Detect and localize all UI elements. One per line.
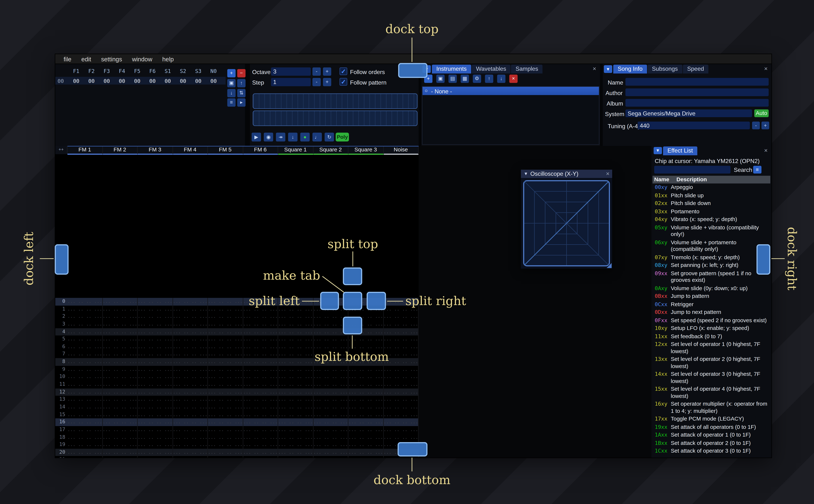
pattern-cell[interactable]: ... .. .. ... xyxy=(67,358,103,366)
pattern-cell[interactable]: ... .. .. ... xyxy=(243,434,278,441)
pattern-cell[interactable]: ... .. .. ... xyxy=(208,358,243,366)
channel-header-noise[interactable]: Noise xyxy=(383,146,419,155)
effect-list-menu-button[interactable]: ≡ xyxy=(753,166,761,174)
pattern-cell[interactable]: ... .. .. ... xyxy=(138,321,173,328)
pattern-cell[interactable]: ... .. .. ... xyxy=(278,419,313,426)
pattern-cell[interactable]: ... .. .. ... xyxy=(278,358,313,366)
orders-move-up-button[interactable]: ↑ xyxy=(237,79,245,87)
pattern-cell[interactable]: ... .. .. ... xyxy=(67,419,103,426)
channel-header-square-3[interactable]: Square 3 xyxy=(348,146,383,155)
pattern-cell[interactable]: ... .. .. ... xyxy=(383,343,419,351)
piano-keyboard-lower[interactable] xyxy=(253,111,418,126)
dock-target-split-left[interactable] xyxy=(320,292,339,310)
pattern-cell[interactable]: ... .. .. ... xyxy=(313,366,348,373)
pattern-cell[interactable]: ... .. .. ... xyxy=(138,373,173,381)
effect-row[interactable]: 1CxxSet attack of operator 3 (0 to 1F) xyxy=(653,447,770,455)
pattern-cell[interactable]: ... .. .. ... xyxy=(138,426,173,434)
pattern-cell[interactable]: ... .. .. ... xyxy=(138,305,173,313)
pattern-cell[interactable]: ... .. .. ... xyxy=(173,456,208,458)
pattern-cell[interactable]: ... .. .. ... xyxy=(383,411,419,419)
pattern-cell[interactable]: ... .. .. ... xyxy=(103,328,138,336)
order-cell[interactable]: 00 xyxy=(130,77,145,85)
pattern-cell[interactable]: ... .. .. ... xyxy=(278,396,313,403)
effect-list-close-icon[interactable]: × xyxy=(762,147,770,155)
pattern-cell[interactable]: ... .. .. ... xyxy=(348,373,383,381)
pattern-cell[interactable]: ... .. .. ... xyxy=(278,441,313,449)
order-cell[interactable]: 00 xyxy=(175,77,191,85)
pattern-cell[interactable]: ... .. .. ... xyxy=(313,388,348,396)
pattern-cell[interactable]: ... .. .. ... xyxy=(173,396,208,403)
channel-expander[interactable]: ++ xyxy=(55,146,67,154)
pattern-cell[interactable]: ... .. .. ... xyxy=(243,396,278,403)
pattern-cell[interactable]: ... .. .. ... xyxy=(313,381,348,388)
tuning-increase-button[interactable]: + xyxy=(761,122,769,129)
pattern-cell[interactable]: ... .. .. ... xyxy=(138,313,173,321)
instruments-sort-button[interactable]: ⚙ xyxy=(473,75,481,83)
menu-item-edit[interactable]: edit xyxy=(76,54,96,64)
dock-target-make-tab[interactable] xyxy=(343,292,362,310)
effect-row[interactable]: 0FxxSet speed (speed 2 if no grooves exi… xyxy=(653,316,770,325)
pattern-cell[interactable]: ... .. .. ... xyxy=(278,328,313,336)
instruments-duplicate-button[interactable]: ▣ xyxy=(436,75,445,83)
transport-step-row-button[interactable]: ↠ xyxy=(276,133,285,141)
pattern-cell[interactable]: ... .. .. ... xyxy=(313,336,348,343)
pattern-cell[interactable]: ... .. .. ... xyxy=(383,336,419,343)
pattern-cell[interactable]: ... .. .. ... xyxy=(243,449,278,456)
pattern-cell[interactable]: ... .. .. ... xyxy=(67,426,103,434)
pattern-cell[interactable]: ... .. .. ... xyxy=(67,351,103,358)
pattern-cell[interactable]: ... .. .. ... xyxy=(243,351,278,358)
menu-item-window[interactable]: window xyxy=(127,54,157,64)
pattern-cell[interactable]: ... .. .. ... xyxy=(103,305,138,313)
pattern-cell[interactable]: ... .. .. ... xyxy=(243,343,278,351)
tab-instruments[interactable]: Instruments xyxy=(432,65,471,74)
pattern-cell[interactable]: ... .. .. ... xyxy=(348,403,383,411)
pattern-cell[interactable]: ... .. .. ... xyxy=(67,305,103,313)
oscilloscope-titlebar[interactable]: ▼ Oscilloscope (X-Y) × xyxy=(521,170,612,178)
transport-stop-button[interactable]: ↓ xyxy=(288,133,297,141)
pattern-cell[interactable]: ... .. .. ... xyxy=(383,396,419,403)
pattern-cell[interactable]: ... .. .. ... xyxy=(348,426,383,434)
pattern-cell[interactable]: ... .. .. ... xyxy=(173,426,208,434)
step-decrease-button[interactable]: - xyxy=(312,78,321,86)
pattern-cell[interactable]: ... .. .. ... xyxy=(278,336,313,343)
pattern-cell[interactable]: ... .. .. ... xyxy=(313,343,348,351)
dock-target-dock-right[interactable] xyxy=(757,244,770,275)
effect-row[interactable]: 0BxxJump to pattern xyxy=(653,292,770,300)
effect-row[interactable]: 00xyArpeggio xyxy=(653,183,770,192)
orders-add-button[interactable]: + xyxy=(227,69,235,77)
instruments-move-down-button[interactable]: ↓ xyxy=(497,75,506,83)
pattern-cell[interactable]: ... .. .. ... xyxy=(208,313,243,321)
pattern-cell[interactable]: ... .. .. ... xyxy=(243,411,278,419)
pattern-cell[interactable]: ... .. .. ... xyxy=(138,328,173,336)
order-cell[interactable]: 00 xyxy=(114,77,130,85)
pattern-cell[interactable]: ... .. .. ... xyxy=(138,419,173,426)
transport-metronome-button[interactable]: ♩ xyxy=(312,133,322,141)
pattern-cell[interactable]: ... .. .. ... xyxy=(348,434,383,441)
song-info-dropdown-button[interactable]: ▾ xyxy=(604,65,612,73)
order-cell[interactable]: 00 xyxy=(160,77,175,85)
pattern-cell[interactable]: ... .. .. ... xyxy=(138,411,173,419)
octave-input[interactable]: 3 xyxy=(271,67,311,76)
pattern-cell[interactable]: ... .. .. ... xyxy=(278,373,313,381)
pattern-cell[interactable]: ... .. .. ... xyxy=(278,351,313,358)
effect-row[interactable]: 19xxSet attack of all operators (0 to 1F… xyxy=(653,423,770,431)
dock-target-split-top[interactable] xyxy=(343,267,362,285)
pattern-cell[interactable]: ... .. .. ... xyxy=(103,358,138,366)
piano-keyboard-upper[interactable] xyxy=(253,93,418,109)
effect-row[interactable]: 08xySet panning (x: left; y: right) xyxy=(653,261,770,270)
pattern-cell[interactable]: ... .. .. ... xyxy=(383,426,419,434)
pattern-cell[interactable]: ... .. .. ... xyxy=(173,441,208,449)
step-increase-button[interactable]: + xyxy=(323,78,331,86)
pattern-cell[interactable]: ... .. .. ... xyxy=(103,336,138,343)
pattern-cell[interactable]: ... .. .. ... xyxy=(173,321,208,328)
pattern-cell[interactable]: ... .. .. ... xyxy=(67,381,103,388)
tab-song-info[interactable]: Song Info xyxy=(613,65,647,74)
pattern-cell[interactable]: ... .. .. ... xyxy=(243,426,278,434)
dock-target-dock-left[interactable] xyxy=(55,244,69,275)
orders-move-down-button[interactable]: ↓ xyxy=(227,89,235,97)
pattern-cell[interactable]: ... .. .. ... xyxy=(208,305,243,313)
pattern-cell[interactable]: ... .. .. ... xyxy=(208,321,243,328)
pattern-cell[interactable]: ... .. .. ... xyxy=(383,366,419,373)
pattern-cell[interactable]: ... .. .. ... xyxy=(278,449,313,456)
pattern-cell[interactable]: ... .. .. ... xyxy=(67,298,103,305)
